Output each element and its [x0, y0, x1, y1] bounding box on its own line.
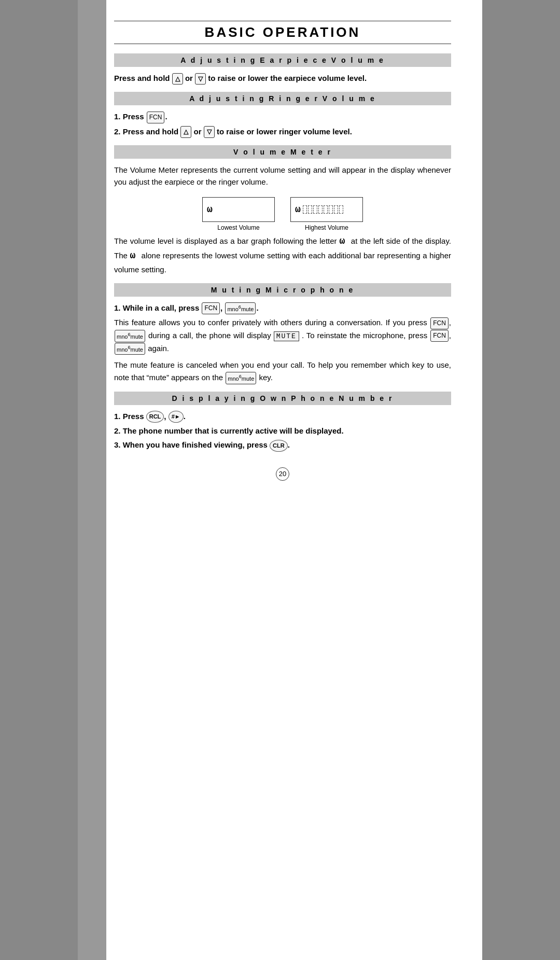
vol-char-highest: ω — [295, 204, 301, 215]
page-number-container: 20 — [114, 467, 451, 481]
fcn-key-ringer1: FCN — [147, 112, 165, 123]
vol-char-lowest: ω — [207, 204, 213, 215]
own-number-step3: 3. When you have finished viewing, press… — [114, 439, 451, 452]
volume-diagrams: ω Lowest Volume ω — [114, 197, 451, 231]
earpiece-text-prefix: Press and hold — [114, 74, 170, 82]
up-arrow-key-ringer: △ — [180, 126, 191, 138]
lowest-volume-box: ω Lowest Volume — [202, 197, 275, 231]
own-number-step1-prefix: 1. Press — [114, 412, 144, 421]
vol-bars — [303, 205, 343, 214]
mno6-key-mute3: mno6mute — [115, 343, 145, 355]
mute-para1-final: again. — [148, 344, 169, 353]
down-arrow-key-earpiece: ▽ — [195, 73, 206, 85]
mute-para2: The mute feature is canceled when you en… — [114, 359, 451, 384]
section-header-earpiece: A d j u s t i n g E a r p i e c e V o l … — [114, 53, 451, 67]
ringer-step1: 1. Press FCN. — [114, 110, 451, 123]
vol-bar-2 — [308, 205, 312, 214]
up-arrow-key-earpiece: △ — [172, 73, 183, 85]
page-title: BASIC OPERATION — [114, 21, 451, 44]
vol-bar-6 — [329, 205, 333, 214]
volume-meter-para2: The volume level is displayed as a bar g… — [114, 234, 451, 275]
mno6-key-mute1: mno6mute — [225, 302, 256, 315]
vol-bar-3 — [313, 205, 317, 214]
ringer-step2: 2. Press and hold △ or ▽ to raise or low… — [114, 126, 451, 138]
left-bar — [78, 0, 106, 960]
mute-display-text: MUTE — [274, 331, 299, 341]
page-number: 20 — [276, 467, 289, 481]
fcn-key-mute1: FCN — [202, 302, 220, 314]
section-header-own-number: D i s p l a y i n g O w n P h o n e N u … — [114, 392, 451, 405]
mute-para1-start: This feature allows you to confer privat… — [114, 318, 427, 327]
mute-para1: This feature allows you to confer privat… — [114, 316, 451, 355]
section-header-ringer: A d j u s t i n g R i n g e r V o l u m … — [114, 92, 451, 105]
vol-bar-5 — [324, 205, 328, 214]
vol-bar-7 — [334, 205, 338, 214]
vol-bar-8 — [339, 205, 343, 214]
section-header-volume-meter: V o l u m e M e t e r — [114, 145, 451, 159]
omega-letter-1: ω — [339, 236, 351, 246]
mute-para1-mid: during a call, the phone will display — [148, 331, 271, 340]
mno6-key-mute4: mno6mute — [226, 372, 256, 384]
ringer-step2-end: to raise or lower ringer volume level. — [217, 127, 352, 136]
ringer-step1-prefix: 1. Press — [114, 112, 144, 121]
mute-para2-start: The mute feature is canceled when you en… — [114, 360, 451, 381]
lowest-volume-label: Lowest Volume — [202, 224, 275, 231]
highest-volume-box: ω Highest Volume — [290, 197, 363, 231]
fcn-key-mute3: FCN — [430, 330, 449, 342]
own-number-step1: 1. Press RCL, #►. — [114, 410, 451, 423]
earpiece-instruction: Press and hold △ or ▽ to raise or lower … — [114, 72, 451, 85]
earpiece-text-or: or — [185, 74, 193, 82]
highest-volume-label: Highest Volume — [290, 224, 363, 231]
lowest-volume-display: ω — [202, 197, 275, 222]
mno6-key-mute2: mno6mute — [115, 330, 145, 342]
section-header-muting: M u t i n g M i c r o p h o n e — [114, 283, 451, 297]
mute-para2-end: key. — [259, 373, 272, 382]
ringer-step2-prefix: 2. Press and hold — [114, 127, 178, 136]
ringer-step2-or: or — [194, 127, 202, 136]
rcl-key: RCL — [146, 411, 164, 423]
highest-volume-display: ω — [290, 197, 363, 222]
vol-para2-cont: alone represents the lowest volume setti… — [114, 251, 451, 274]
mute-step1: 1. While in a call, press FCN, mno6mute. — [114, 302, 451, 315]
omega-letter-2: ω — [130, 251, 141, 261]
mute-para1-end: . To reinstate the microphone, press — [302, 331, 427, 340]
fcn-key-mute2: FCN — [430, 317, 449, 329]
vol-bar-1 — [303, 205, 307, 214]
own-number-step2: 2. The phone number that is currently ac… — [114, 425, 451, 437]
hash-key: #► — [169, 411, 184, 423]
mute-step1-prefix: 1. While in a call, press — [114, 303, 199, 312]
page: BASIC OPERATION A d j u s t i n g E a r … — [78, 0, 482, 960]
clr-key: CLR — [270, 440, 288, 452]
vol-bar-4 — [318, 205, 323, 214]
down-arrow-key-ringer: ▽ — [204, 126, 215, 138]
own-number-step3-prefix: 3. When you have finished viewing, press — [114, 440, 268, 449]
vol-para2-start: The volume level is displayed as a bar g… — [114, 236, 337, 245]
earpiece-text-end: to raise or lower the earpiece volume le… — [208, 74, 367, 82]
volume-meter-para1: The Volume Meter represents the current … — [114, 164, 451, 188]
